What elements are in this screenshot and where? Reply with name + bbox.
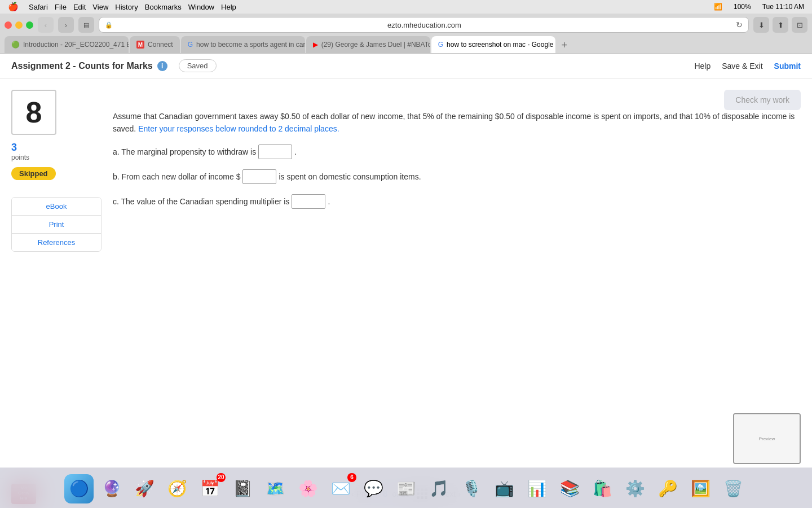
dock-maps[interactable]: 🗺️: [261, 474, 290, 503]
dock-keychain[interactable]: 🔑: [653, 474, 682, 503]
minimize-window-button[interactable]: [15, 21, 23, 29]
new-tab-button[interactable]: +: [557, 37, 572, 53]
tab-label-5: how to screenshot on mac - Google Se...: [447, 41, 555, 49]
traffic-lights: [5, 21, 33, 29]
menu-safari[interactable]: Safari: [29, 3, 48, 11]
part-c-prefix: c. The value of the Canadian spending mu…: [113, 197, 289, 206]
blue-note: Enter your responses below rounded to 2 …: [138, 124, 339, 133]
dock-mail[interactable]: ✉️ 6: [326, 474, 355, 503]
tab-favicon-5: G: [438, 41, 443, 49]
dock-calendar[interactable]: 📅 20: [195, 474, 224, 503]
dock: 🔵 🔮 🚀 🧭 📅 20 📓 🗺️ 🌸 ✉️ 6 💬 📰 🎵 🎙️ 📺 📊 📚 …: [0, 467, 812, 508]
dock-preview[interactable]: 🖼️: [686, 474, 715, 503]
references-link[interactable]: References: [12, 234, 101, 251]
help-button[interactable]: Help: [694, 62, 710, 71]
assignment-title: Assignment 2 - Counts for Marks i: [11, 61, 167, 71]
dock-apple-tv[interactable]: 📺: [489, 474, 519, 503]
dock-safari[interactable]: 🧭: [162, 474, 192, 503]
menu-bookmarks[interactable]: Bookmarks: [145, 3, 182, 11]
save-exit-button[interactable]: Save & Exit: [722, 62, 762, 71]
part-b-input[interactable]: [242, 169, 276, 184]
sidebar-toggle-button[interactable]: ▤: [78, 17, 94, 33]
skipped-badge: Skipped: [11, 167, 56, 180]
dock-notes[interactable]: 📓: [228, 474, 257, 503]
tab-youtube[interactable]: ▶ (29) George & James Duel | #NBAToge...: [306, 36, 430, 53]
print-link[interactable]: Print: [12, 216, 101, 234]
dock-photos[interactable]: 🌸: [293, 474, 323, 503]
mail-badge: 6: [347, 473, 356, 482]
wifi-icon: 📶: [714, 3, 722, 11]
clock: Tue 11:10 AM: [762, 3, 804, 11]
browser-toolbar: ‹ › ▤ 🔒 ezto.mheducation.com ↻ ⬇ ⬆ ⊡: [5, 17, 807, 33]
dock-finder[interactable]: 🔵: [64, 474, 94, 503]
main-content: 8 3 points Skipped eBook Print Reference…: [0, 78, 812, 263]
points-value: 3: [11, 142, 102, 154]
part-b-prefix: b. From each new dollar of income $: [113, 172, 240, 181]
menu-help[interactable]: Help: [221, 3, 236, 11]
assignment-title-text: Assignment 2 - Counts for Marks: [11, 61, 153, 71]
part-a-input[interactable]: [258, 144, 292, 159]
question-part-c: c. The value of the Canadian spending mu…: [113, 194, 801, 209]
header-actions: Help Save & Exit Submit: [694, 62, 801, 71]
page-thumbnail: Preview: [733, 413, 801, 464]
part-b-suffix: is spent on domestic consumption items.: [279, 172, 421, 181]
tab-favicon-4: ▶: [313, 41, 318, 49]
tab-label-1: Introduction - 20F_ECO2200_471 Econo...: [23, 41, 129, 49]
tab-sports-agent[interactable]: G how to become a sports agent in canad.…: [181, 36, 305, 53]
menu-edit[interactable]: Edit: [73, 3, 86, 11]
lock-icon: 🔒: [105, 21, 113, 29]
submit-button[interactable]: Submit: [774, 62, 801, 71]
info-icon[interactable]: i: [157, 61, 167, 71]
menu-view[interactable]: View: [92, 3, 108, 11]
saved-badge: Saved: [179, 59, 217, 72]
dock-music[interactable]: 🎵: [424, 474, 453, 503]
dock-trash[interactable]: 🗑️: [718, 474, 748, 503]
tab-introduction[interactable]: 🟢 Introduction - 20F_ECO2200_471 Econo..…: [5, 36, 129, 53]
question-part-a: a. The marginal propensity to withdraw i…: [113, 144, 801, 159]
dock-system-prefs[interactable]: ⚙️: [620, 474, 650, 503]
address-bar[interactable]: 🔒 ezto.mheducation.com ↻: [99, 17, 749, 33]
tab-overview-button[interactable]: ⊡: [792, 17, 807, 33]
left-panel: 8 3 points Skipped eBook Print Reference…: [11, 90, 102, 252]
dock-numbers[interactable]: 📊: [522, 474, 551, 503]
dock-app-store[interactable]: 🛍️: [588, 474, 617, 503]
app-header: Assignment 2 - Counts for Marks i Saved …: [0, 54, 812, 78]
thumbnail-content: Preview: [734, 414, 800, 463]
question-part-b: b. From each new dollar of income $ is s…: [113, 169, 801, 184]
question-number-box: 8: [11, 90, 56, 135]
part-a-prefix: a. The marginal propensity to withdraw i…: [113, 147, 256, 156]
menu-window[interactable]: Window: [188, 3, 214, 11]
tab-connect[interactable]: M Connect: [130, 36, 180, 53]
question-number: 8: [26, 95, 42, 129]
dock-books[interactable]: 📚: [555, 474, 584, 503]
forward-button[interactable]: ›: [58, 17, 74, 33]
back-button[interactable]: ‹: [38, 17, 54, 33]
tab-label-2: Connect: [148, 41, 173, 49]
battery-label: 100%: [734, 3, 751, 11]
maximize-window-button[interactable]: [26, 21, 33, 29]
part-c-input[interactable]: [292, 194, 325, 209]
browser-tabs: 🟢 Introduction - 20F_ECO2200_471 Econo..…: [5, 36, 807, 53]
menu-history[interactable]: History: [115, 3, 138, 11]
dock-podcasts[interactable]: 🎙️: [457, 474, 486, 503]
share-button[interactable]: ⬆: [773, 17, 788, 33]
dock-launchpad[interactable]: 🚀: [130, 474, 159, 503]
calendar-badge: 20: [217, 473, 226, 482]
dock-siri[interactable]: 🔮: [97, 474, 126, 503]
download-button[interactable]: ⬇: [753, 17, 769, 33]
dock-messages[interactable]: 💬: [359, 474, 388, 503]
close-window-button[interactable]: [5, 21, 12, 29]
tab-label-4: (29) George & James Duel | #NBAToge...: [321, 41, 430, 49]
menu-right-icons: 📶 100% Tue 11:10 AM: [710, 3, 807, 11]
tab-screenshot[interactable]: G how to screenshot on mac - Google Se..…: [431, 36, 555, 53]
apple-menu[interactable]: 🍎: [8, 2, 19, 12]
tab-favicon-2: M: [136, 41, 144, 49]
reload-button[interactable]: ↻: [736, 20, 743, 29]
thumbnail-text: Preview: [759, 436, 775, 441]
menu-file[interactable]: File: [55, 3, 67, 11]
check-my-work-button[interactable]: Check my work: [724, 90, 801, 110]
menu-bar: 🍎 Safari File Edit View History Bookmark…: [0, 0, 812, 14]
ebook-link[interactable]: eBook: [12, 198, 101, 216]
part-c-suffix: .: [328, 197, 330, 206]
dock-news[interactable]: 📰: [391, 474, 421, 503]
